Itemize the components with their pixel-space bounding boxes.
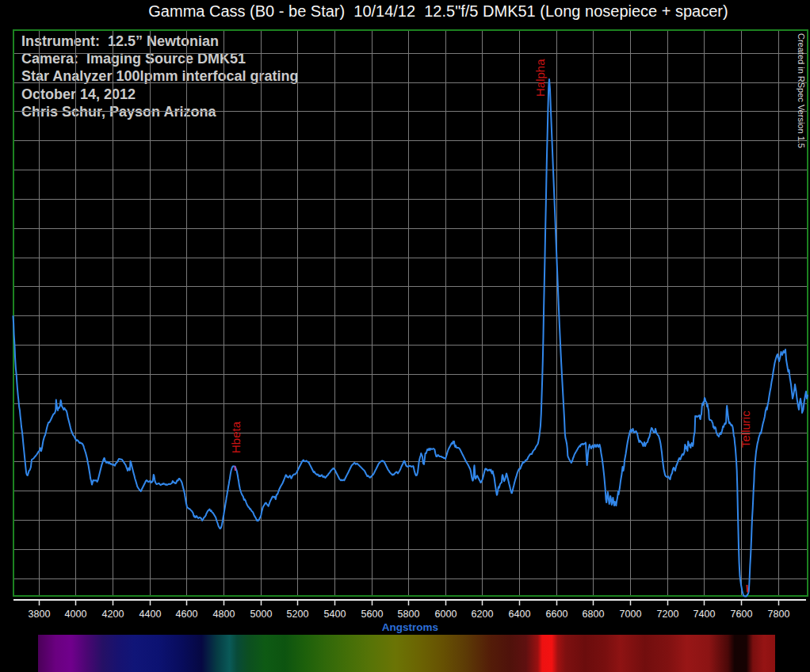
svg-text:7600: 7600	[731, 609, 753, 620]
svg-text:Telluric: Telluric	[739, 410, 752, 448]
svg-text:6400: 6400	[509, 609, 531, 620]
svg-text:Angstroms: Angstroms	[382, 621, 438, 633]
svg-text:3800: 3800	[29, 609, 51, 620]
svg-text:4400: 4400	[139, 609, 162, 620]
svg-text:7000: 7000	[620, 609, 642, 620]
svg-text:4800: 4800	[213, 609, 235, 620]
svg-text:5400: 5400	[324, 609, 346, 620]
svg-text:6600: 6600	[546, 609, 568, 620]
svg-text:4200: 4200	[102, 609, 124, 620]
svg-text:7200: 7200	[657, 609, 679, 620]
svg-text:Hbeta: Hbeta	[229, 421, 243, 453]
svg-text:6200: 6200	[472, 609, 494, 620]
svg-text:5800: 5800	[398, 609, 420, 620]
svg-text:Created in RSpec Version 1.5: Created in RSpec Version 1.5	[797, 33, 806, 148]
svg-text:4000: 4000	[65, 609, 87, 620]
svg-text:6800: 6800	[583, 609, 605, 620]
svg-text:5000: 5000	[250, 609, 273, 620]
svg-text:5200: 5200	[287, 609, 309, 620]
svg-text:7400: 7400	[693, 609, 716, 620]
svg-text:6000: 6000	[435, 609, 457, 620]
svg-text:Halpha: Halpha	[533, 59, 547, 97]
svg-text:5600: 5600	[361, 609, 384, 620]
svg-text:7800: 7800	[768, 609, 790, 620]
svg-text:4600: 4600	[176, 609, 198, 620]
